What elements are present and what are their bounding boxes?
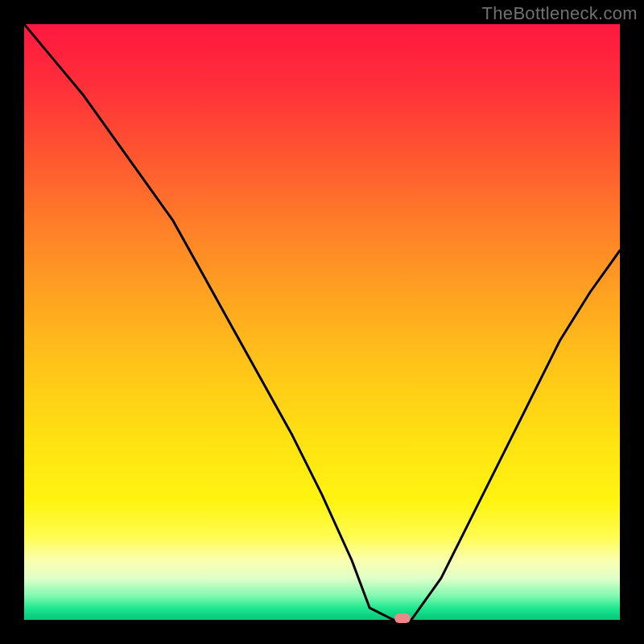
bottleneck-curve (24, 24, 620, 620)
optimal-marker (394, 613, 411, 623)
curve-layer (24, 24, 620, 620)
watermark-label: TheBottleneck.com (482, 3, 638, 24)
plot-area (24, 24, 620, 620)
chart-frame: TheBottleneck.com (0, 0, 644, 644)
